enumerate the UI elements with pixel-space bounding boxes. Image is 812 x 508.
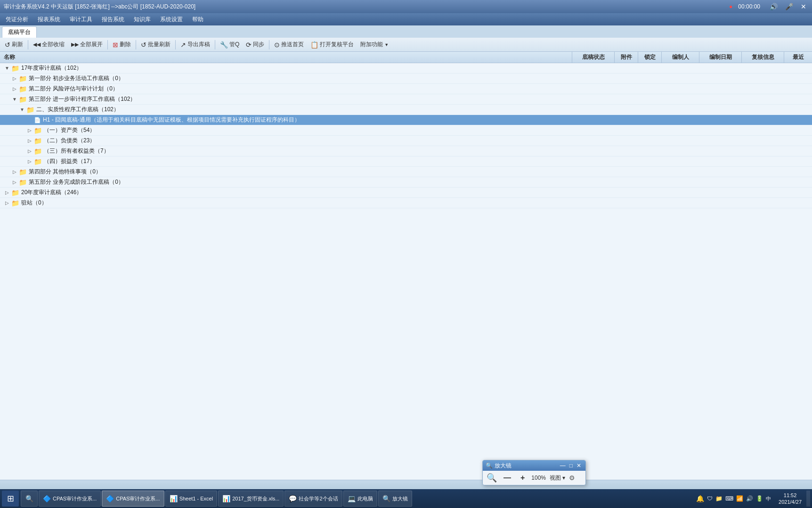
tab-draft-platform[interactable]: 底稿平台 — [2, 26, 37, 38]
excel1-label: Sheet1 - Excel — [179, 496, 213, 501]
tree-item-label: （一）资产类（54） — [44, 126, 95, 134]
magnifier-minimize-btn[interactable]: — — [559, 462, 567, 469]
volume-icon[interactable]: 🔊 — [768, 2, 780, 11]
folder-systray-icon[interactable]: 📁 — [715, 495, 723, 502]
tree-row[interactable]: ▷ 📁 驻站（0） — [0, 198, 812, 208]
taskbar-item-excel1[interactable]: 📊 Sheet1 - Excel — [165, 491, 218, 507]
start-button[interactable]: ⊞ — [2, 491, 19, 507]
systray: 🔔 🛡 📁 ⌨ 📶 🔊 🔋 中 — [692, 495, 775, 502]
shield-icon[interactable]: 🛡 — [707, 495, 713, 502]
menu-bar: 凭证分析 报表系统 审计工具 报告系统 知识库 系统设置 帮助 — [0, 13, 812, 25]
taskbar: ⊞ 🔍 🔷 CPAS审计作业系... 🔷 CPAS审计作业系... 📊 Shee… — [0, 489, 812, 508]
magnifier-restore-btn[interactable]: □ — [568, 462, 574, 469]
folder-icon: 📁 — [34, 147, 42, 155]
tree-item-label: 第一部分 初步业务活动工作底稿（0） — [29, 74, 124, 82]
tree-row[interactable]: ▷ 📁 第二部分 风险评估与审计计划（0） — [0, 84, 812, 94]
keyboard-icon[interactable]: ⌨ — [725, 495, 733, 502]
col-header-latest: 最近 — [784, 52, 812, 63]
menu-item-knowledge[interactable]: 知识库 — [130, 15, 154, 25]
expand-icon: ▷ — [11, 75, 18, 82]
pc-label: 此电脑 — [357, 495, 373, 502]
settings-icon[interactable]: ⚙ — [569, 474, 575, 482]
tree-item-label: 驻站（0） — [21, 199, 47, 207]
expand-icon — [26, 117, 33, 123]
tree-row[interactable]: ▷ 📁 （三）所有者权益类（7） — [0, 146, 812, 156]
refresh-button[interactable]: ↺ 刷新 — [2, 40, 26, 49]
folder-icon: 📁 — [11, 199, 19, 207]
tree-row[interactable]: ▷ 📁 20年度审计底稿（246） — [0, 188, 812, 198]
close-title-btn[interactable]: ✕ — [799, 2, 808, 11]
column-headers: 名称 底稿状态 附件 锁定 编制人 编制日期 复核信息 最近 — [0, 52, 812, 63]
cpas2-label: CPAS审计作业系... — [116, 495, 160, 502]
taskbar-item-excel2[interactable]: 📊 2017_货币资金.xls... — [218, 491, 284, 507]
open-review-button[interactable]: 📋 打开复核平台 — [308, 40, 357, 49]
taskbar-item-pc[interactable]: 💻 此电脑 — [343, 491, 377, 507]
batch-refresh-button[interactable]: ↺ 批量刷新 — [138, 40, 173, 49]
menu-item-report[interactable]: 报告系统 — [98, 15, 128, 25]
col-header-review-info: 复核信息 — [741, 52, 784, 63]
notification-icon[interactable]: 🔔 — [696, 495, 704, 502]
delete-button[interactable]: ⊠ 删除 — [110, 40, 134, 49]
tree-container[interactable]: ▼ 📁 17年度审计底稿（102） ▷ 📁 第一部分 初步业务活动工作底稿（0）… — [0, 63, 812, 480]
menu-item-help[interactable]: 帮助 — [188, 15, 207, 25]
tree-item-label: H1 - 囧闻底稿-通用（适用于相关科目底稿中无固证模板、根据项目情况需要补充执… — [43, 116, 300, 124]
taskbar-clock[interactable]: 11:52 2021/4/27 — [776, 492, 804, 506]
tree-row[interactable]: ▷ 📁 第五部分 业务完成阶段工作底稿（0） — [0, 177, 812, 188]
pc-icon: 💻 — [348, 495, 356, 502]
tree-row-selected[interactable]: 📄 H1 - 囧闻底稿-通用（适用于相关科目底稿中无固证模板、根据项目情况需要补… — [0, 115, 812, 125]
extra-func-dropdown-icon: ▼ — [384, 42, 389, 47]
expand-all-button[interactable]: ▶▶ 全部展开 — [68, 40, 106, 49]
excel2-label: 2017_货币资金.xls... — [232, 495, 279, 502]
magnifier-task-label: 放大镜 — [392, 495, 408, 502]
extra-func-button[interactable]: 附加功能 ▼ — [357, 40, 391, 49]
menu-item-voucher[interactable]: 凭证分析 — [2, 15, 32, 25]
tree-row[interactable]: ▷ 📁 （四）损益类（17） — [0, 156, 812, 167]
export-button[interactable]: ↗ 导出库稿 — [178, 40, 213, 49]
magnifier-close-btn[interactable]: ✕ — [575, 462, 583, 469]
view-dropdown[interactable]: 视图 ▾ — [550, 474, 565, 482]
tree-row[interactable]: ▼ 📁 二、实质性程序工作底稿（102） — [0, 105, 812, 115]
menu-item-audit-tool[interactable]: 审计工具 — [66, 15, 96, 25]
zoom-in-btn[interactable]: + — [518, 473, 528, 483]
col-header-editor: 编制人 — [661, 52, 699, 63]
file-special-icon: 📄 — [34, 117, 41, 123]
batch-refresh-icon: ↺ — [141, 41, 146, 49]
tree-row[interactable]: ▷ 📁 第一部分 初步业务活动工作底稿（0） — [0, 74, 812, 84]
delete-icon: ⊠ — [113, 41, 118, 49]
tree-item-label: 第二部分 风险评估与审计计划（0） — [29, 85, 118, 93]
manage-button[interactable]: 🔧 管Q — [217, 40, 242, 49]
zoom-level: 100% — [531, 475, 546, 481]
menu-item-settings[interactable]: 系统设置 — [156, 15, 187, 25]
refresh-icon: ↺ — [5, 41, 10, 49]
collapse-all-button[interactable]: ◀◀ 全部收缩 — [30, 40, 67, 49]
expand-icon: ▼ — [19, 107, 25, 113]
mic-icon[interactable]: 🎤 — [783, 2, 795, 11]
folder-icon: 📁 — [19, 179, 27, 186]
social-label: 社会学等2个会话 — [299, 495, 338, 502]
tree-row[interactable]: ▼ 📁 第三部分 进一步审计程序工作底稿（102） — [0, 94, 812, 105]
timer-display: 00:00:00 — [738, 3, 760, 10]
taskbar-item-cpas2[interactable]: 🔷 CPAS审计作业系... — [102, 491, 164, 507]
expand-icon: ▷ — [26, 138, 33, 144]
tree-item-label: 第五部分 业务完成阶段工作底稿（0） — [29, 178, 124, 186]
tree-row[interactable]: ▼ 📁 17年度审计底稿（102） — [0, 63, 812, 74]
search-icon: 🔍 — [25, 495, 33, 502]
tab-bar: 底稿平台 — [0, 25, 812, 38]
taskbar-item-cpas1[interactable]: 🔷 CPAS审计作业系... — [39, 491, 101, 507]
taskbar-item-social[interactable]: 💬 社会学等2个会话 — [284, 491, 342, 507]
push-home-button[interactable]: ⊙ 推送首页 — [271, 40, 307, 49]
taskbar-item-magnifier[interactable]: 🔍 放大镜 — [378, 491, 412, 507]
tree-row[interactable]: ▷ 📁 （一）资产类（54） — [0, 125, 812, 136]
wifi-icon[interactable]: 📶 — [736, 495, 743, 502]
title-text: 审计业务系统V4.2 中天运版 [1852-张海红] -->abc公司 [185… — [4, 3, 195, 11]
taskbar-item-search[interactable]: 🔍 — [21, 491, 38, 507]
sync-button[interactable]: ⟳ 同步 — [243, 40, 267, 49]
tree-row[interactable]: ▷ 📁 （二）负债类（23） — [0, 136, 812, 146]
battery-icon[interactable]: 🔋 — [756, 495, 763, 502]
volume-systray-icon[interactable]: 🔊 — [746, 495, 753, 502]
social-icon: 💬 — [289, 495, 297, 502]
show-desktop-btn[interactable] — [806, 491, 810, 507]
menu-item-report-system[interactable]: 报表系统 — [34, 15, 64, 25]
zoom-out-btn[interactable]: — — [501, 473, 514, 483]
tree-row[interactable]: ▷ 📁 第四部分 其他特殊事项（0） — [0, 167, 812, 177]
